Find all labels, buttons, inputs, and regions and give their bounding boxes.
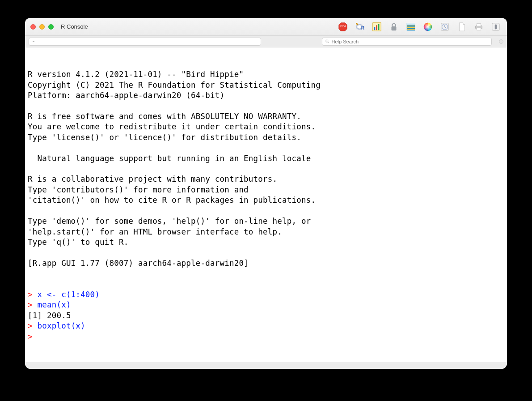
zoom-window-button[interactable]	[48, 24, 54, 30]
console-line: Platform: aarch64-apple-darwin20 (64-bit…	[28, 90, 504, 101]
console-line: Type 'q()' to quit R.	[28, 237, 504, 247]
svg-rect-20	[477, 27, 481, 30]
console-line: Natural language support but running in …	[28, 154, 504, 164]
svg-rect-22	[495, 24, 497, 29]
svg-point-15	[424, 22, 432, 30]
prompt: >	[28, 300, 37, 309]
console-line	[28, 164, 504, 174]
svg-rect-19	[477, 23, 481, 26]
console-line: Type 'license()' or 'licence()' for dist…	[28, 132, 504, 143]
lock-icon[interactable]	[388, 21, 400, 33]
statusbar	[25, 363, 507, 369]
console-line: 'citation()' on how to cite R or R packa…	[28, 195, 504, 205]
svg-rect-13	[407, 27, 415, 28]
history-icon[interactable]	[439, 21, 451, 33]
console-line	[28, 279, 504, 290]
console-line: 'help.start()' for an HTML browser inter…	[28, 227, 504, 237]
console-line	[28, 206, 504, 216]
svg-rect-12	[407, 26, 415, 26]
svg-text:STOP: STOP	[340, 25, 346, 28]
toolbar: STOP R	[337, 21, 502, 33]
console-input-line: > x <- c(1:400)	[28, 290, 504, 300]
help-search-clear-icon[interactable]	[499, 39, 503, 44]
new-doc-icon[interactable]	[456, 21, 468, 33]
prompt: >	[28, 332, 37, 341]
console-input-line: > mean(x)	[28, 300, 504, 310]
window-controls	[30, 24, 54, 30]
console-line	[28, 247, 504, 258]
help-search-input[interactable]	[332, 39, 489, 44]
help-search-field[interactable]	[322, 38, 492, 46]
console-output[interactable]: R version 4.1.2 (2021-11-01) -- "Bird Hi…	[25, 47, 507, 363]
svg-rect-6	[374, 27, 376, 30]
print-icon[interactable]	[473, 21, 485, 33]
search-icon	[325, 39, 330, 44]
console-line: R version 4.1.2 (2021-11-01) -- "Bird Hi…	[28, 69, 504, 80]
console-line: R is a collaborative project with many c…	[28, 174, 504, 184]
quartz-icon[interactable]	[490, 21, 502, 33]
window-title: R Console	[61, 23, 88, 30]
run-r-icon[interactable]: R	[354, 21, 366, 33]
console-line	[28, 269, 504, 279]
data-icon[interactable]	[405, 21, 417, 33]
console-line: You are welcome to redistribute it under…	[28, 122, 504, 132]
svg-line-24	[328, 42, 329, 43]
close-window-button[interactable]	[30, 24, 36, 30]
minimize-window-button[interactable]	[39, 24, 45, 30]
svg-rect-11	[407, 23, 415, 25]
path-search-row	[25, 36, 507, 47]
svg-rect-9	[392, 26, 397, 30]
command-text: x <- c(1:400)	[37, 290, 100, 299]
color-picker-icon[interactable]	[422, 21, 434, 33]
console-line	[28, 101, 504, 111]
svg-rect-7	[376, 25, 377, 30]
console-output-line: [1] 200.5	[28, 311, 504, 321]
svg-rect-8	[378, 24, 380, 30]
prompt: >	[28, 290, 37, 299]
svg-rect-14	[407, 29, 415, 30]
console-line: Type 'contributors()' for more informati…	[28, 185, 504, 195]
r-console-window: R Console STOP R	[25, 18, 507, 369]
stop-icon[interactable]: STOP	[337, 21, 349, 33]
console-input-line: >	[28, 332, 504, 342]
titlebar: R Console STOP R	[25, 18, 507, 36]
console-line: R is free software and comes with ABSOLU…	[28, 111, 504, 122]
console-line	[28, 59, 504, 69]
svg-text:R: R	[361, 25, 365, 30]
console-line	[28, 143, 504, 153]
command-text: mean(x)	[37, 300, 71, 309]
console-line: Type 'demo()' for some demos, 'help()' f…	[28, 216, 504, 226]
command-text: boxplot(x)	[37, 321, 85, 330]
plot-icon[interactable]	[371, 21, 383, 33]
console-input-line: > boxplot(x)	[28, 321, 504, 331]
prompt: >	[28, 321, 37, 330]
console-line: Copyright (C) 2021 The R Foundation for …	[28, 80, 504, 90]
console-line: [R.app GUI 1.77 (8007) aarch64-apple-dar…	[28, 258, 504, 269]
working-dir-input[interactable]	[29, 38, 261, 46]
svg-point-23	[326, 40, 328, 42]
